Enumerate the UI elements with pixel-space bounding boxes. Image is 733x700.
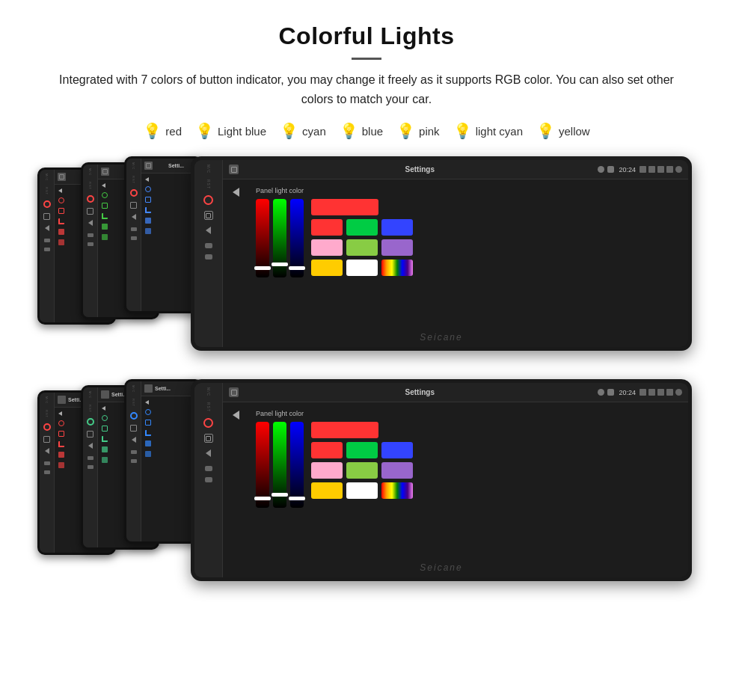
settings-title-bottom: Settings xyxy=(242,388,598,396)
time-display-top: 20:24 xyxy=(619,166,636,174)
lightblue-bulb-icon: 💡 xyxy=(195,122,214,140)
cyan-bulb-icon: 💡 xyxy=(280,122,298,140)
panel-label-bottom: Panel light color xyxy=(256,410,681,417)
color-label-lightblue: Light blue xyxy=(218,125,266,138)
page-wrapper: Colorful Lights Integrated with 7 colors… xyxy=(0,0,733,618)
color-indicators: 💡 red 💡 Light blue 💡 cyan 💡 blue 💡 pink … xyxy=(30,122,703,140)
top-device-row: M/C RST xyxy=(37,156,696,362)
settings-title-top: Settings xyxy=(242,165,598,174)
color-label-cyan: cyan xyxy=(302,125,326,138)
blue-bulb-icon: 💡 xyxy=(340,122,358,140)
subtitle-text: Integrated with 7 colors of button indic… xyxy=(45,70,688,108)
page-title: Colorful Lights xyxy=(30,22,703,50)
color-label-lightcyan: light cyan xyxy=(476,125,523,138)
color-label-blue: blue xyxy=(362,125,383,138)
bottom-device-row: M/C RST Setti... xyxy=(37,379,696,589)
watermark-bottom: Seicane xyxy=(420,562,462,573)
large-device-top: M/C RST xyxy=(191,156,692,351)
watermark-top: Seicane xyxy=(420,332,462,343)
title-section: Colorful Lights Integrated with 7 colors… xyxy=(30,22,703,108)
color-item-blue: 💡 blue xyxy=(340,122,383,140)
color-item-pink: 💡 pink xyxy=(396,122,440,140)
yellow-bulb-icon: 💡 xyxy=(536,122,555,140)
panel-label: Panel light color xyxy=(256,187,681,194)
color-item-lightcyan: 💡 light cyan xyxy=(453,122,523,140)
device-rows: M/C RST xyxy=(30,156,703,589)
color-item-cyan: 💡 cyan xyxy=(280,122,326,140)
color-item-lightblue: 💡 Light blue xyxy=(195,122,266,140)
red-bulb-icon: 💡 xyxy=(143,122,162,140)
time-display-bottom: 20:24 xyxy=(619,389,636,396)
color-label-red: red xyxy=(165,125,182,138)
color-item-yellow: 💡 yellow xyxy=(536,122,590,140)
color-item-red: 💡 red xyxy=(143,122,182,140)
lightcyan-bulb-icon: 💡 xyxy=(453,122,472,140)
pink-bulb-icon: 💡 xyxy=(396,122,415,140)
color-label-pink: pink xyxy=(419,125,440,138)
color-label-yellow: yellow xyxy=(559,125,590,138)
large-device-bottom: M/C RST xyxy=(191,379,692,581)
title-divider xyxy=(352,58,381,60)
